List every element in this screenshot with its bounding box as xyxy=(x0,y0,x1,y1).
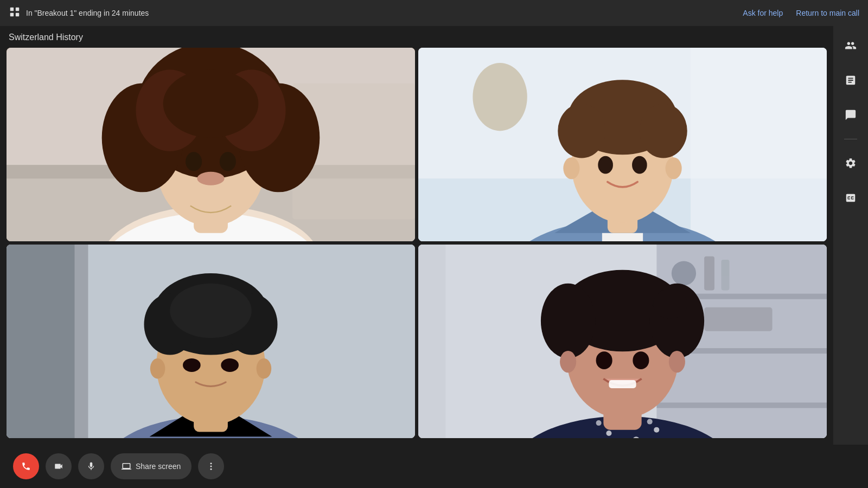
video-area: Switzerland History xyxy=(0,26,833,445)
svg-point-32 xyxy=(598,156,613,174)
svg-point-30 xyxy=(558,104,605,158)
svg-point-49 xyxy=(150,358,165,379)
svg-point-75 xyxy=(541,284,595,358)
right-sidebar xyxy=(833,26,868,445)
end-call-button[interactable] xyxy=(13,453,39,479)
svg-rect-56 xyxy=(656,402,827,408)
svg-point-69 xyxy=(596,420,602,426)
svg-point-84 xyxy=(210,466,212,467)
mic-toggle-button[interactable] xyxy=(78,453,104,479)
svg-point-78 xyxy=(596,351,612,369)
svg-point-47 xyxy=(183,358,201,372)
svg-point-57 xyxy=(672,261,696,285)
top-bar-right: Ask for help Return to main call xyxy=(743,9,859,17)
svg-rect-2 xyxy=(10,13,14,16)
svg-point-17 xyxy=(163,69,259,138)
video-grid xyxy=(7,48,827,438)
svg-point-33 xyxy=(632,156,647,174)
svg-point-82 xyxy=(669,351,685,373)
bottom-bar: Share screen xyxy=(0,445,868,488)
activities-button[interactable] xyxy=(840,69,861,91)
top-bar-left: In "Breakout 1" ending in 24 minutes xyxy=(9,6,743,20)
settings-button[interactable] xyxy=(840,152,861,174)
sidebar-divider xyxy=(844,139,857,139)
svg-point-20 xyxy=(197,172,224,185)
svg-point-46 xyxy=(170,284,252,338)
svg-rect-63 xyxy=(418,245,445,438)
chat-button[interactable] xyxy=(840,104,861,126)
svg-point-18 xyxy=(186,152,202,171)
svg-rect-58 xyxy=(704,256,714,291)
svg-rect-38 xyxy=(7,245,75,438)
video-tile-1 xyxy=(7,48,415,241)
svg-point-77 xyxy=(653,289,687,319)
ask-for-help-link[interactable]: Ask for help xyxy=(743,9,783,17)
svg-point-71 xyxy=(647,419,653,425)
share-screen-label: Share screen xyxy=(136,462,181,471)
svg-point-81 xyxy=(560,351,576,373)
svg-point-19 xyxy=(220,152,236,171)
svg-rect-3 xyxy=(16,13,19,16)
svg-point-34 xyxy=(563,157,579,179)
camera-toggle-button[interactable] xyxy=(46,453,72,479)
svg-point-85 xyxy=(210,468,212,470)
svg-point-35 xyxy=(666,157,682,179)
svg-rect-1 xyxy=(16,8,19,11)
svg-rect-61 xyxy=(704,307,773,331)
people-button[interactable] xyxy=(840,35,861,56)
svg-point-68 xyxy=(654,427,659,433)
svg-point-83 xyxy=(210,463,212,464)
video-tile-4 xyxy=(418,245,827,438)
breakout-icon xyxy=(9,6,21,20)
share-screen-button[interactable]: Share screen xyxy=(111,453,192,479)
video-tile-3 xyxy=(7,245,415,438)
main-content: Switzerland History xyxy=(0,26,868,445)
session-title: Switzerland History xyxy=(7,33,827,42)
svg-point-31 xyxy=(640,104,687,158)
top-bar: In "Breakout 1" ending in 24 minutes Ask… xyxy=(0,0,868,26)
return-to-main-link[interactable]: Return to main call xyxy=(796,9,859,17)
svg-point-66 xyxy=(606,431,611,436)
breakout-text: In "Breakout 1" ending in 24 minutes xyxy=(26,9,149,17)
more-options-button[interactable] xyxy=(198,453,224,479)
svg-point-79 xyxy=(633,351,649,369)
svg-point-48 xyxy=(221,358,239,372)
video-tile-2 xyxy=(418,48,827,241)
svg-point-50 xyxy=(257,358,272,379)
svg-rect-59 xyxy=(721,260,729,290)
svg-point-24 xyxy=(473,63,527,131)
svg-rect-23 xyxy=(691,48,827,241)
svg-rect-0 xyxy=(10,8,14,11)
svg-rect-80 xyxy=(609,380,636,388)
captions-button[interactable] xyxy=(840,187,861,209)
